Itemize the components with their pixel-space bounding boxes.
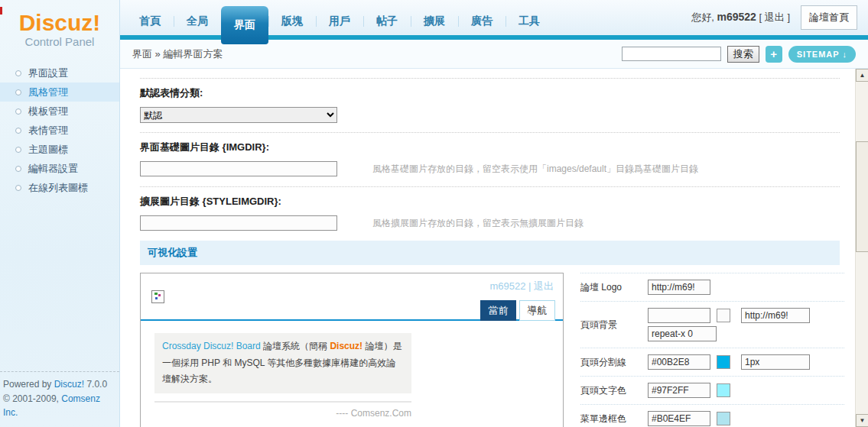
powered-by-line: Powered by Discuz! 7.0.0 <box>3 377 116 392</box>
preview-header: m69522 | 退出 當前 導航 <box>141 273 563 321</box>
sidebar-item-label: 主題圖標 <box>28 143 68 157</box>
preview-tab-current[interactable]: 當前 <box>480 300 516 321</box>
bullet-icon <box>15 166 21 172</box>
imgdir-hint: 風格基礎圖片存放的目錄，留空表示使用「images/default」目錄爲基礎圖… <box>372 163 698 176</box>
main-content: 默認表情分類: 默認 界面基礎圖片目錄 {IMGDIR}: 風格基礎圖片存放的目… <box>120 69 855 427</box>
copyright-line: © 2001-2009, Comsenz Inc. <box>3 392 116 420</box>
header-divider-color-swatch[interactable] <box>717 355 730 369</box>
sidebar-item-online-list-icons[interactable]: 在線列表圖標 <box>0 178 119 197</box>
preview-intro-text: Crossday Discuz! Board 論壇系統（簡稱 Discuz! 論… <box>154 333 411 393</box>
logo-title: Discuz! <box>0 10 119 35</box>
preview-tab-navigation[interactable]: 導航 <box>519 300 555 321</box>
menu-border-color-input[interactable] <box>648 411 710 426</box>
username: m69522 <box>717 11 756 23</box>
bullet-icon <box>15 89 21 95</box>
logo-subtitle: Control Panel <box>0 35 119 48</box>
logout-link[interactable]: [ 退出 ] <box>759 11 790 23</box>
tab-posts[interactable]: 帖子 <box>363 15 411 35</box>
sidebar-item-topic-icons[interactable]: 主題圖標 <box>0 140 119 159</box>
sidebar-item-label: 模板管理 <box>28 105 68 118</box>
sitemap-button[interactable]: SITEMAP ↓ <box>788 46 856 63</box>
tab-global[interactable]: 全局 <box>174 15 221 35</box>
setting-row-forum-logo: 論壇 Logo <box>580 273 844 302</box>
visual-settings-area: m69522 | 退出 當前 導航 Crossday Discuz! Board… <box>140 273 844 427</box>
add-button[interactable]: + <box>766 46 782 63</box>
section-title-visual-settings: 可視化設置 <box>140 241 840 265</box>
scroll-up-arrow-icon[interactable]: ▲ <box>856 69 868 82</box>
sidebar-item-style-management[interactable]: 風格管理 <box>0 82 119 102</box>
setting-row-menu-border-color: 菜單邊框色 <box>580 405 844 427</box>
styleimgdir-hint: 風格擴展圖片存放的目錄，留空表示無擴展圖片目錄 <box>372 217 584 230</box>
separator <box>140 78 840 79</box>
logo: Discuz! Control Panel <box>0 0 119 48</box>
preview-divider <box>154 401 411 403</box>
tab-ads[interactable]: 廣告 <box>458 15 506 35</box>
header-divider-width-input[interactable] <box>741 354 810 370</box>
smiley-category-select[interactable]: 默認 <box>140 107 337 123</box>
vertical-scrollbar[interactable]: ▲ ▼ <box>855 69 868 427</box>
header-bg-color-swatch[interactable] <box>717 309 730 322</box>
forum-home-button[interactable]: 論壇首頁 <box>801 5 857 30</box>
tab-extensions[interactable]: 擴展 <box>411 15 458 35</box>
sidebar: Discuz! Control Panel 界面設置 風格管理 模板管理 表情管… <box>0 0 120 427</box>
header-bg-image-input[interactable] <box>741 308 810 323</box>
tab-home[interactable]: 首頁 <box>126 15 174 35</box>
sidebar-item-interface-settings[interactable]: 界面設置 <box>0 63 119 82</box>
bullet-icon <box>15 147 21 153</box>
header-user-area: 您好, m69522 [ 退出 ] 論壇首頁 <box>691 0 857 35</box>
breadcrumb: 界面 » 編輯界面方案 <box>132 47 223 61</box>
styleimgdir-input[interactable] <box>140 215 337 231</box>
tab-tools[interactable]: 工具 <box>506 15 553 35</box>
style-preview-panel: m69522 | 退出 當前 導航 Crossday Discuz! Board… <box>140 273 564 427</box>
comsenz-signature: ---- Comsenz.Com <box>154 408 411 419</box>
tab-forums[interactable]: 版塊 <box>268 15 316 35</box>
bullet-icon <box>15 70 21 76</box>
top-header: 首頁 全局 界面 版塊 用戶 帖子 擴展 廣告 工具 您好, m69522 [ … <box>120 0 868 35</box>
forum-logo-input[interactable] <box>648 280 710 295</box>
tab-interface[interactable]: 界面 <box>221 6 268 44</box>
setting-label: 頁頭背景 <box>580 319 648 332</box>
sidebar-item-template-management[interactable]: 模板管理 <box>0 102 119 121</box>
preview-user-logout[interactable]: m69522 | 退出 <box>489 280 554 293</box>
imgdir-row: 風格基礎圖片存放的目錄，留空表示使用「images/default」目錄爲基礎圖… <box>140 161 844 176</box>
sidebar-item-label: 在線列表圖標 <box>28 181 88 195</box>
setting-label: 頁頭文字色 <box>580 384 648 397</box>
discuz-brand-text: Discuz! <box>330 341 362 351</box>
preview-body: Crossday Discuz! Board 論壇系統（簡稱 Discuz! 論… <box>141 321 563 427</box>
screen-artifact <box>0 7 2 15</box>
main-nav: 首頁 全局 界面 版塊 用戶 帖子 擴展 廣告 工具 <box>126 0 553 35</box>
discuz-link[interactable]: Discuz! <box>54 379 84 390</box>
styleimgdir-row: 風格擴展圖片存放的目錄，留空表示無擴展圖片目錄 <box>140 215 844 231</box>
menu-border-color-swatch[interactable] <box>717 412 730 425</box>
sidebar-item-label: 編輯器設置 <box>28 162 78 176</box>
imgdir-input[interactable] <box>140 161 337 176</box>
sidebar-item-label: 風格管理 <box>28 86 68 99</box>
sidebar-item-smiley-management[interactable]: 表情管理 <box>0 121 119 140</box>
header-bg-color-input[interactable] <box>648 308 710 323</box>
sidebar-item-label: 界面設置 <box>28 66 68 80</box>
scrollbar-thumb[interactable] <box>856 141 868 252</box>
crossday-link[interactable]: Crossday Discuz! Board <box>162 341 261 351</box>
separator <box>140 132 840 133</box>
search-input[interactable] <box>622 47 721 61</box>
sidebar-footer: Powered by Discuz! 7.0.0 © 2001-2009, Co… <box>0 371 119 427</box>
broken-image-icon <box>151 290 164 303</box>
separator <box>140 186 840 187</box>
setting-controls <box>648 308 810 341</box>
header-text-color-input[interactable] <box>648 383 710 398</box>
tab-users[interactable]: 用戶 <box>316 15 363 35</box>
header-divider-color-input[interactable] <box>648 354 710 370</box>
header-text-color-swatch[interactable] <box>717 383 730 397</box>
greeting-text: 您好, m69522 [ 退出 ] <box>691 11 790 24</box>
bullet-icon <box>15 108 21 115</box>
search-button[interactable]: 搜索 <box>727 46 759 63</box>
setting-label: 菜單邊框色 <box>580 412 648 425</box>
sidebar-item-editor-settings[interactable]: 編輯器設置 <box>0 159 119 178</box>
setting-row-header-divider: 頁頭分割線 <box>580 348 844 377</box>
setting-row-header-text-color: 頁頭文字色 <box>580 377 844 405</box>
style-settings-column: 論壇 Logo 頁頭背景 頁頭分割線 <box>580 273 844 427</box>
preview-tabs: 當前 導航 <box>480 300 555 321</box>
header-bg-repeat-input[interactable] <box>648 326 717 341</box>
scroll-down-arrow-icon[interactable]: ▼ <box>856 414 868 427</box>
sidebar-item-label: 表情管理 <box>28 124 68 137</box>
